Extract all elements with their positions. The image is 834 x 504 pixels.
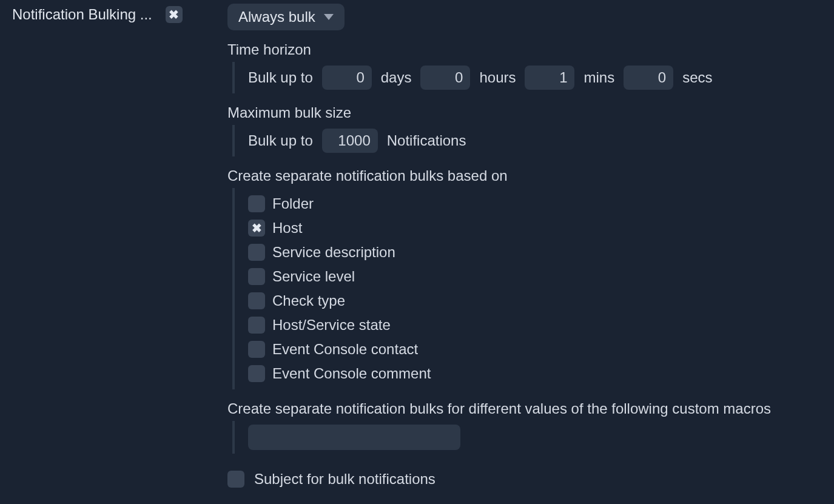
- separate-item-label: Service level: [272, 268, 355, 285]
- separate-item-label: Check type: [272, 292, 345, 309]
- separate-item-checkbox[interactable]: [248, 268, 265, 285]
- separate-item: Event Console contact: [248, 337, 828, 361]
- separate-list: FolderHostService descriptionService lev…: [232, 188, 828, 389]
- separate-item-label: Service description: [272, 244, 395, 261]
- separate-item: Service level: [248, 264, 828, 289]
- max-bulk-prefix: Bulk up to: [248, 132, 313, 149]
- separate-item: Folder: [248, 192, 828, 216]
- bulk-mode-selected: Always bulk: [238, 8, 315, 25]
- separate-item: Check type: [248, 289, 828, 313]
- hours-unit: hours: [479, 69, 516, 86]
- mins-unit: mins: [583, 69, 614, 86]
- days-unit: days: [381, 69, 412, 86]
- separate-item-label: Folder: [272, 195, 314, 212]
- param-label: Notification Bulking ...: [12, 6, 152, 23]
- max-bulk-input[interactable]: [322, 129, 378, 153]
- separate-item: Host: [248, 216, 828, 240]
- separate-item-checkbox[interactable]: [248, 195, 265, 212]
- separate-item-label: Host: [272, 220, 302, 237]
- separate-item-checkbox[interactable]: [248, 220, 265, 237]
- days-input[interactable]: [322, 66, 372, 90]
- time-horizon-label: Time horizon: [227, 41, 828, 58]
- bulk-mode-dropdown[interactable]: Always bulk: [227, 4, 345, 30]
- separate-item-checkbox[interactable]: [248, 341, 265, 358]
- separate-item-label: Host/Service state: [272, 317, 391, 334]
- secs-input[interactable]: [624, 66, 673, 90]
- subject-checkbox[interactable]: [227, 471, 244, 488]
- bulking-enable-checkbox[interactable]: [166, 6, 183, 23]
- separate-item-checkbox[interactable]: [248, 292, 265, 309]
- separate-item: Service description: [248, 240, 828, 264]
- separate-item-checkbox[interactable]: [248, 317, 265, 334]
- separate-item-label: Event Console comment: [272, 365, 431, 382]
- separate-item-checkbox[interactable]: [248, 244, 265, 261]
- separate-item: Host/Service state: [248, 313, 828, 337]
- time-horizon-prefix: Bulk up to: [248, 69, 313, 86]
- max-bulk-label: Maximum bulk size: [227, 104, 828, 121]
- subject-label: Subject for bulk notifications: [254, 471, 435, 488]
- secs-unit: secs: [682, 69, 712, 86]
- chevron-down-icon: [324, 14, 334, 20]
- separate-item-label: Event Console contact: [272, 341, 418, 358]
- separate-label: Create separate notification bulks based…: [227, 167, 828, 184]
- separate-item-checkbox[interactable]: [248, 365, 265, 382]
- hours-input[interactable]: [420, 66, 470, 90]
- custom-macros-label: Create separate notification bulks for d…: [227, 400, 828, 417]
- max-bulk-suffix: Notifications: [387, 132, 466, 149]
- mins-input[interactable]: [525, 66, 574, 90]
- custom-macros-input[interactable]: [248, 425, 460, 450]
- separate-item: Event Console comment: [248, 361, 828, 386]
